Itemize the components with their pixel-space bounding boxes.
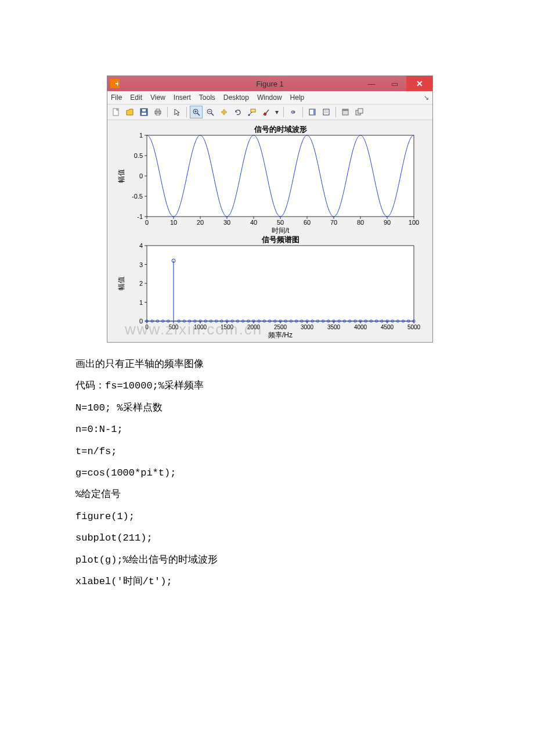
- svg-line-8: [197, 113, 200, 116]
- svg-rect-20: [323, 109, 329, 115]
- menu-file[interactable]: File: [111, 93, 122, 102]
- svg-text:3000: 3000: [301, 324, 314, 330]
- zoom-in-icon[interactable]: [190, 106, 203, 118]
- svg-text:90: 90: [384, 219, 391, 226]
- svg-rect-19: [313, 110, 315, 114]
- brush-icon[interactable]: [259, 106, 272, 118]
- svg-rect-26: [342, 109, 348, 111]
- code-line: %给定信号: [75, 484, 464, 505]
- menu-view[interactable]: View: [150, 93, 165, 102]
- maximize-button[interactable]: ▭: [383, 76, 406, 91]
- new-icon[interactable]: [110, 106, 122, 118]
- svg-text:30: 30: [223, 219, 230, 226]
- toolbar-separator: [186, 107, 187, 117]
- svg-text:20: 20: [197, 219, 204, 226]
- svg-text:2000: 2000: [247, 324, 261, 330]
- svg-text:-1: -1: [137, 213, 143, 220]
- toolbar: ▾: [107, 105, 432, 120]
- toolbar-separator: [302, 107, 303, 117]
- save-icon[interactable]: [138, 106, 150, 118]
- svg-point-16: [248, 114, 250, 116]
- svg-text:频率/Hz: 频率/Hz: [268, 331, 293, 339]
- colorbar-icon[interactable]: [306, 106, 319, 118]
- svg-text:1: 1: [139, 299, 143, 306]
- code-line: figure(1);: [75, 506, 464, 527]
- svg-text:500: 500: [169, 324, 179, 330]
- code-line: g=cos(1000*pi*t);: [75, 462, 464, 484]
- svg-text:信号频谱图: 信号频谱图: [261, 235, 300, 244]
- svg-text:10: 10: [170, 219, 177, 226]
- svg-text:幅值: 幅值: [117, 276, 125, 290]
- open-icon[interactable]: [124, 106, 136, 118]
- svg-text:100: 100: [409, 219, 419, 226]
- svg-text:2500: 2500: [274, 324, 287, 330]
- toolbar-separator: [335, 107, 336, 117]
- print-icon[interactable]: [151, 106, 164, 118]
- svg-text:5000: 5000: [407, 324, 421, 330]
- link-icon[interactable]: [287, 106, 300, 118]
- svg-rect-5: [156, 109, 160, 111]
- svg-text:幅值: 幅值: [117, 169, 125, 183]
- svg-text:0: 0: [145, 324, 149, 330]
- caption: 画出的只有正半轴的频率图像: [75, 353, 464, 375]
- svg-text:0: 0: [139, 318, 143, 325]
- code-line: subplot(211);: [75, 527, 464, 549]
- svg-text:0: 0: [139, 172, 143, 179]
- svg-text:信号的时域波形: 信号的时域波形: [254, 125, 307, 134]
- svg-rect-65: [147, 246, 414, 321]
- zoom-out-icon[interactable]: [204, 106, 217, 118]
- code-line: plot(g);%绘出信号的时域波形: [75, 549, 464, 571]
- svg-text:0.5: 0.5: [134, 152, 143, 159]
- menu-tools[interactable]: Tools: [199, 93, 215, 102]
- svg-text:1500: 1500: [221, 324, 234, 330]
- toolbar-separator: [283, 107, 284, 117]
- menu-insert[interactable]: Insert: [174, 93, 191, 102]
- legend-icon[interactable]: [320, 106, 333, 118]
- svg-text:1: 1: [139, 132, 143, 139]
- svg-text:4500: 4500: [381, 324, 394, 330]
- code-intro: 代码：fs=10000;%采样频率: [75, 375, 464, 397]
- menu-help[interactable]: Help: [290, 93, 305, 102]
- svg-text:3500: 3500: [327, 324, 341, 330]
- dock-arrow-icon[interactable]: ↘: [424, 94, 429, 102]
- data-cursor-icon[interactable]: [246, 106, 258, 118]
- code-line: t=n/fs;: [75, 441, 464, 462]
- svg-rect-28: [358, 109, 363, 113]
- titlebar[interactable]: Figure 1 — ▭ ✕: [107, 76, 432, 91]
- menu-window[interactable]: Window: [257, 93, 282, 102]
- code-line: N=100; %采样点数: [75, 397, 464, 419]
- svg-text:3: 3: [139, 261, 143, 268]
- svg-text:4: 4: [139, 242, 143, 249]
- dropdown-icon[interactable]: ▾: [273, 106, 280, 118]
- svg-text:80: 80: [357, 219, 364, 226]
- undock-icon[interactable]: [353, 106, 366, 118]
- svg-rect-6: [156, 113, 160, 115]
- minimize-button[interactable]: —: [360, 76, 383, 91]
- plots-svg: 0102030405060708090100-1-0.500.51信号的时域波形…: [112, 124, 425, 339]
- svg-text:60: 60: [304, 219, 311, 226]
- dock-icon[interactable]: [339, 106, 352, 118]
- svg-text:70: 70: [330, 219, 337, 226]
- menu-edit[interactable]: Edit: [130, 93, 142, 102]
- menu-desktop[interactable]: Desktop: [223, 93, 249, 102]
- svg-rect-3: [142, 109, 146, 111]
- figure-window: Figure 1 — ▭ ✕ File Edit View Insert Too…: [107, 75, 433, 343]
- rotate-icon[interactable]: [232, 106, 244, 118]
- close-button[interactable]: ✕: [406, 76, 432, 91]
- pan-icon[interactable]: [218, 106, 230, 118]
- code-line: xlabel('时间/t');: [75, 571, 464, 592]
- svg-text:4000: 4000: [354, 324, 367, 330]
- svg-text:50: 50: [277, 219, 284, 226]
- code-line: n=0:N-1;: [75, 419, 464, 440]
- svg-text:-0.5: -0.5: [132, 193, 143, 200]
- toolbar-separator: [167, 107, 168, 117]
- svg-line-17: [266, 110, 269, 113]
- menubar: File Edit View Insert Tools Desktop Wind…: [107, 91, 432, 105]
- pointer-icon[interactable]: [171, 106, 183, 118]
- svg-text:时间/t: 时间/t: [272, 226, 290, 235]
- svg-text:2: 2: [139, 280, 143, 287]
- plot-area: 0102030405060708090100-1-0.500.51信号的时域波形…: [107, 120, 432, 342]
- svg-text:40: 40: [250, 219, 257, 226]
- svg-rect-2: [142, 113, 146, 115]
- svg-rect-14: [251, 109, 255, 112]
